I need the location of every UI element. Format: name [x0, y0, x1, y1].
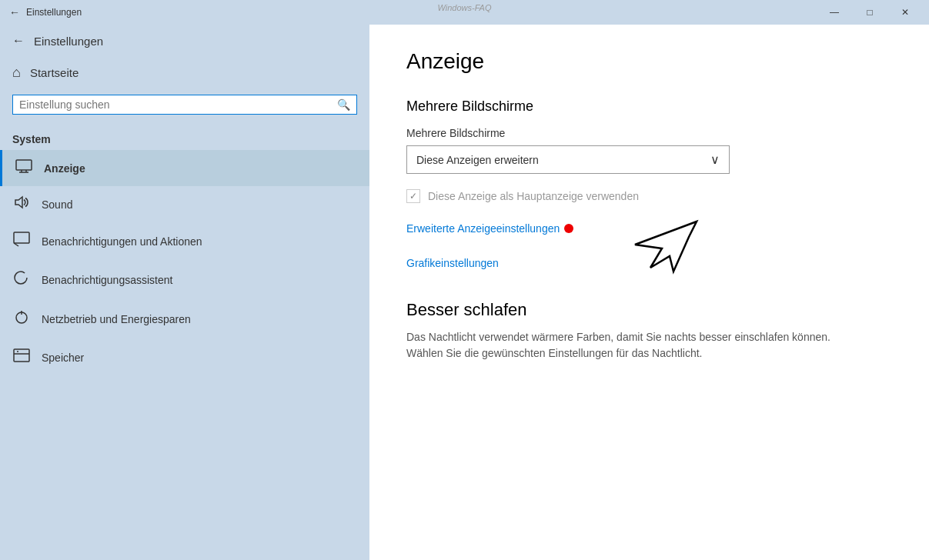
app-body: ← Einstellungen ⌂ Startseite 🔍 System An… [0, 25, 929, 560]
display-icon [15, 159, 33, 177]
main-content: Anzeige Mehrere Bildschirme Mehrere Bild… [369, 25, 929, 560]
link2-container: Grafikeinstellungen [406, 256, 892, 282]
hauptanzeige-label: Diese Anzeige als Hauptanzeige verwenden [428, 190, 639, 202]
back-button[interactable]: ← [9, 6, 20, 18]
search-icon: 🔍 [337, 98, 350, 111]
section-mehrere-bildschirme-title: Mehrere Bildschirme [406, 98, 892, 115]
home-label: Startseite [30, 66, 79, 79]
maximize-button[interactable]: □ [852, 0, 887, 25]
dropdown-selected-value: Diese Anzeigen erweitern [416, 154, 539, 166]
sidebar-item-sound-label: Sound [42, 198, 72, 211]
storage-icon [12, 348, 31, 367]
sidebar-item-netzbetrieb-label: Netzbetrieb und Energiesparen [42, 313, 191, 325]
dropdown-arrow-icon: ∨ [710, 152, 720, 167]
notifications-icon [12, 232, 31, 251]
grafikeinstellungen-link[interactable]: Grafikeinstellungen [406, 257, 499, 269]
sound-icon [12, 195, 31, 213]
mehrere-bildschirme-dropdown[interactable]: Diese Anzeigen erweitern ∨ [406, 145, 730, 174]
sidebar-item-notifications-label: Benachrichtigungen und Aktionen [42, 235, 202, 248]
svg-rect-5 [14, 232, 29, 243]
sidebar-item-speicher-label: Speicher [42, 352, 84, 364]
search-input[interactable] [19, 98, 337, 111]
sidebar-title: Einstellungen [34, 35, 103, 48]
link1-text: Erweiterte Anzeigeeinstellungen [406, 222, 560, 235]
assistant-icon [12, 269, 31, 290]
nachtlicht-description: Das Nachtlicht verwendet wärmere Farben,… [406, 329, 837, 362]
search-box[interactable]: 🔍 [12, 95, 357, 115]
sidebar-item-anzeige-label: Anzeige [44, 162, 85, 175]
sidebar-item-benachrichtigungen[interactable]: Benachrichtigungen und Aktionen [0, 222, 369, 260]
system-category-label: System [0, 121, 369, 150]
sidebar-item-anzeige[interactable]: Anzeige [0, 150, 369, 186]
window-title: Einstellungen [26, 7, 82, 18]
page-title: Anzeige [406, 49, 892, 74]
home-icon: ⌂ [12, 65, 21, 81]
svg-rect-0 [16, 160, 32, 170]
sidebar-item-netzbetrieb[interactable]: Netzbetrieb und Energiesparen [0, 299, 369, 338]
close-button[interactable]: ✕ [887, 0, 923, 25]
title-bar-left: ← Einstellungen [6, 6, 817, 18]
svg-rect-9 [14, 349, 29, 362]
title-bar: ← Einstellungen Windows-FAQ — □ ✕ [0, 0, 929, 25]
svg-marker-4 [15, 197, 22, 208]
minimize-button[interactable]: — [817, 0, 852, 25]
link1-container: Erweiterte Anzeigeeinstellungen [406, 222, 573, 247]
sidebar-item-assistent[interactable]: Benachrichtigungsassistent [0, 260, 369, 299]
besser-schlafen-title: Besser schlafen [406, 300, 892, 320]
power-icon [12, 308, 31, 329]
red-dot-indicator [564, 224, 573, 233]
sidebar: ← Einstellungen ⌂ Startseite 🔍 System An… [0, 25, 369, 560]
hauptanzeige-checkbox[interactable]: ✓ [406, 189, 420, 203]
sidebar-item-assistent-label: Benachrichtigungsassistent [42, 274, 172, 286]
hauptanzeige-checkbox-row: ✓ Diese Anzeige als Hauptanzeige verwend… [406, 189, 892, 203]
link2-text: Grafikeinstellungen [406, 257, 499, 269]
sidebar-item-speicher[interactable]: Speicher [0, 338, 369, 376]
sidebar-item-sound[interactable]: Sound [0, 186, 369, 222]
dropdown-label: Mehrere Bildschirme [406, 127, 892, 139]
sidebar-back[interactable]: ← Einstellungen [0, 25, 369, 57]
erweiterte-anzeigeeinstellungen-link[interactable]: Erweiterte Anzeigeeinstellungen [406, 222, 573, 235]
back-arrow-icon: ← [12, 34, 25, 48]
sidebar-home-item[interactable]: ⌂ Startseite [0, 57, 369, 88]
